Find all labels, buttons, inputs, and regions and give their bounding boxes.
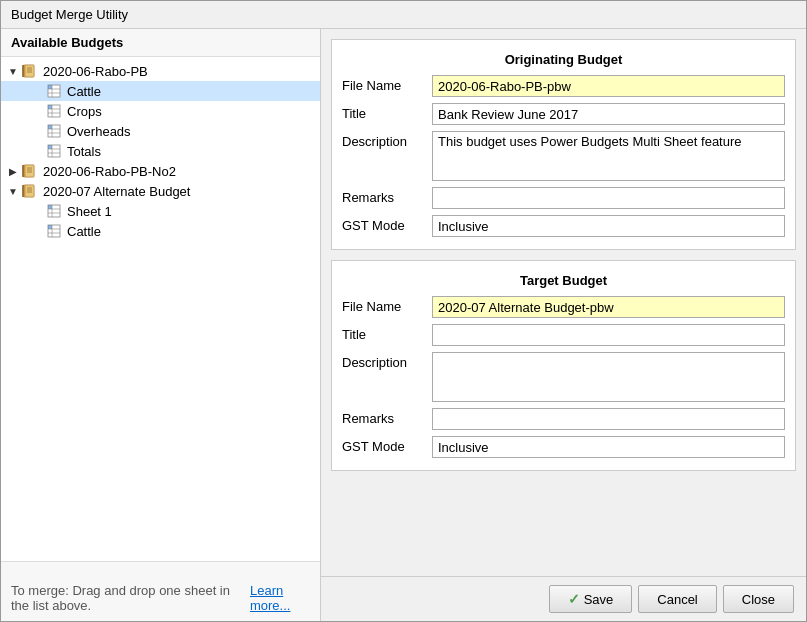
- available-budgets-header: Available Budgets: [1, 29, 320, 57]
- main-content: Available Budgets ▼: [1, 29, 806, 621]
- orig-remarks-row: Remarks: [342, 187, 785, 209]
- tree-node-label: 2020-06-Rabo-PB: [43, 64, 148, 79]
- tree-node-sheet1[interactable]: Sheet 1: [1, 201, 320, 221]
- target-file-name-row: File Name: [342, 296, 785, 318]
- sheet-grid-icon: [45, 203, 63, 219]
- orig-title-label: Title: [342, 103, 432, 121]
- orig-remarks-input[interactable]: [432, 187, 785, 209]
- budget-merge-window: Budget Merge Utility Available Budgets ▼: [0, 0, 807, 622]
- tree-node-crops[interactable]: Crops: [1, 101, 320, 121]
- close-label: Close: [742, 592, 775, 607]
- tree-node-label: Cattle: [67, 84, 101, 99]
- tree-node-label: Cattle: [67, 224, 101, 239]
- orig-file-name-row: File Name: [342, 75, 785, 97]
- save-label: Save: [584, 592, 614, 607]
- svg-rect-33: [25, 185, 34, 197]
- tree-node-label: 2020-07 Alternate Budget: [43, 184, 190, 199]
- target-gst-mode-label: GST Mode: [342, 436, 432, 454]
- orig-title-row: Title: [342, 103, 785, 125]
- target-budget-header: Target Budget: [342, 267, 785, 296]
- budget-book-icon: [21, 183, 39, 199]
- tree-node-cattle-1[interactable]: Cattle: [1, 81, 320, 101]
- budget-book-icon: [21, 63, 39, 79]
- originating-budget-section: Originating Budget File Name Title Descr…: [331, 39, 796, 250]
- target-remarks-label: Remarks: [342, 408, 432, 426]
- orig-file-name-input[interactable]: [432, 75, 785, 97]
- target-budget-section: Target Budget File Name Title Descriptio…: [331, 260, 796, 471]
- toggle-alternate-budget[interactable]: ▼: [5, 186, 21, 197]
- tree-node-cattle-2[interactable]: Cattle: [1, 221, 320, 241]
- checkmark-icon: ✓: [568, 591, 580, 607]
- toggle-rabo-pb-no2[interactable]: ▶: [5, 166, 21, 177]
- orig-description-label: Description: [342, 131, 432, 149]
- tree-node-totals[interactable]: Totals: [1, 141, 320, 161]
- tree-node-rabo-pb[interactable]: ▼ 2020-06-Rabo-PB: [1, 61, 320, 81]
- left-panel: Available Budgets ▼: [1, 29, 321, 621]
- footer-text: To merge: Drag and drop one sheet in the…: [11, 583, 246, 613]
- cancel-label: Cancel: [657, 592, 697, 607]
- svg-rect-10: [48, 85, 52, 89]
- sheet-grid-icon: [45, 83, 63, 99]
- target-title-input[interactable]: [432, 324, 785, 346]
- budget-book-icon: [21, 163, 39, 179]
- tree-node-label: Sheet 1: [67, 204, 112, 219]
- target-file-name-label: File Name: [342, 296, 432, 314]
- sheet-grid-icon: [45, 143, 63, 159]
- save-button[interactable]: ✓ Save: [549, 585, 633, 613]
- tree-node-rabo-pb-no2[interactable]: ▶ 2020-06-Rabo-PB-No2: [1, 161, 320, 181]
- sheet-grid-icon: [45, 123, 63, 139]
- right-panel: Originating Budget File Name Title Descr…: [321, 29, 806, 621]
- tree-node-label: Totals: [67, 144, 101, 159]
- cancel-button[interactable]: Cancel: [638, 585, 716, 613]
- left-panel-footer: To merge: Drag and drop one sheet in the…: [1, 561, 320, 621]
- target-description-label: Description: [342, 352, 432, 370]
- target-title-row: Title: [342, 324, 785, 346]
- target-description-row: Description: [342, 352, 785, 402]
- svg-rect-20: [48, 125, 52, 129]
- sheet-grid-icon: [45, 103, 63, 119]
- right-panel-inner: Originating Budget File Name Title Descr…: [321, 29, 806, 576]
- sheet-grid-icon: [45, 223, 63, 239]
- svg-rect-15: [48, 105, 52, 109]
- originating-budget-header: Originating Budget: [342, 46, 785, 75]
- tree-node-label: Crops: [67, 104, 102, 119]
- svg-rect-1: [25, 65, 34, 77]
- orig-description-input[interactable]: This budget uses Power Budgets Multi She…: [432, 131, 785, 181]
- target-remarks-input[interactable]: [432, 408, 785, 430]
- tree-node-label: 2020-06-Rabo-PB-No2: [43, 164, 176, 179]
- toggle-rabo-pb[interactable]: ▼: [5, 66, 21, 77]
- bottom-bar: ✓ Save Cancel Close: [321, 576, 806, 621]
- target-gst-mode-input[interactable]: [432, 436, 785, 458]
- svg-rect-27: [25, 165, 34, 177]
- target-description-input[interactable]: [432, 352, 785, 402]
- budget-tree: ▼ 2020-06-Rabo-PB: [1, 57, 320, 561]
- window-title: Budget Merge Utility: [11, 7, 128, 22]
- title-bar: Budget Merge Utility: [1, 1, 806, 29]
- orig-file-name-label: File Name: [342, 75, 432, 93]
- svg-rect-42: [48, 205, 52, 209]
- tree-node-label: Overheads: [67, 124, 131, 139]
- tree-node-overheads[interactable]: Overheads: [1, 121, 320, 141]
- orig-gst-mode-label: GST Mode: [342, 215, 432, 233]
- tree-node-alternate-budget[interactable]: ▼ 2020-07 Alternate Budget: [1, 181, 320, 201]
- learn-more-link[interactable]: Learn more...: [250, 583, 310, 613]
- orig-title-input[interactable]: [432, 103, 785, 125]
- svg-rect-47: [48, 225, 52, 229]
- target-gst-mode-row: GST Mode: [342, 436, 785, 458]
- orig-description-row: Description This budget uses Power Budge…: [342, 131, 785, 181]
- orig-gst-mode-row: GST Mode: [342, 215, 785, 237]
- target-title-label: Title: [342, 324, 432, 342]
- close-button[interactable]: Close: [723, 585, 794, 613]
- target-file-name-input[interactable]: [432, 296, 785, 318]
- target-remarks-row: Remarks: [342, 408, 785, 430]
- svg-rect-25: [48, 145, 52, 149]
- orig-remarks-label: Remarks: [342, 187, 432, 205]
- orig-gst-mode-input[interactable]: [432, 215, 785, 237]
